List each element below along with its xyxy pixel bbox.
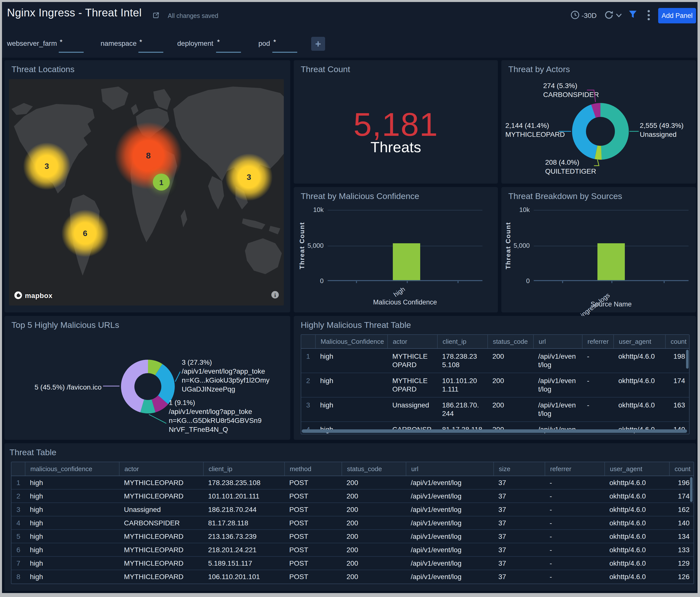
cell-malicious_confidence: high	[315, 349, 388, 373]
column-header-n[interactable]	[301, 335, 315, 348]
donut-label-quiltedtiger: 208 (4.0%) QUILTEDTIGER	[545, 158, 596, 176]
time-range-icon[interactable]	[570, 10, 580, 20]
cell-method: POST	[284, 530, 342, 543]
table-row[interactable]: 2highMYTHICLEOPARD101.101.201.111200/api…	[301, 373, 689, 397]
bar-nginx-ingress-logs[interactable]	[597, 243, 625, 280]
page-title: Nginx Ingress - Threat Intel	[7, 6, 142, 19]
donut-label-mythicleopard: 2,144 (41.4%) MYTHICLEOPARD	[505, 121, 565, 139]
cell-n: 2	[11, 490, 25, 502]
column-header-referrer[interactable]: referrer	[545, 462, 604, 476]
urls-donut-chart[interactable]	[121, 359, 175, 414]
mapbox-logo[interactable]: mapbox	[14, 291, 52, 300]
table-row[interactable]: 3highUnassigned186.218.70.244POST200/api…	[11, 503, 694, 516]
x-axis-title: Malicious Confidence	[328, 298, 482, 306]
cell-referrer: -	[545, 516, 604, 529]
cell-size: 37	[493, 476, 545, 489]
column-header-method[interactable]: method	[284, 462, 342, 476]
column-header-user_agent[interactable]: user_agent	[604, 462, 669, 476]
cell-status_code: 200	[488, 373, 533, 397]
refresh-icon[interactable]	[604, 10, 614, 20]
cell-size: 37	[493, 557, 545, 570]
filter-icon[interactable]	[628, 9, 637, 20]
map-bubble[interactable]: 6	[61, 210, 109, 257]
table-row[interactable]: 4highCARBONSPIDER81.17.28.118POST200/api…	[11, 516, 694, 530]
world-map[interactable]: 38136 mapbox i	[9, 79, 284, 306]
cell-n: 5	[11, 530, 25, 543]
column-header-status_code[interactable]: status_code	[488, 335, 533, 348]
cell-n: 8	[11, 570, 25, 583]
table-header-row: Malicious_Confidenceactorclient_ipstatus…	[301, 335, 689, 349]
cell-status_code: 200	[342, 503, 406, 516]
kebab-menu-icon[interactable]	[647, 9, 650, 21]
filter-input[interactable]	[216, 52, 241, 53]
cell-malicious_confidence: high	[25, 543, 119, 556]
filter-bar: webserver_farm * namespace * deployment …	[2, 30, 698, 58]
panel-threat-by-actors: Threat by Actors 274 (5.3%) CARBONSPIDER…	[501, 60, 696, 184]
map-bubble[interactable]: 1	[153, 174, 170, 190]
column-header-actor[interactable]: actor	[388, 335, 437, 348]
cell-actor: MYTHICLEOPARD	[388, 373, 437, 397]
column-header-url[interactable]: url	[406, 462, 493, 476]
panel-title: Threat by Malicious Confidence	[301, 191, 419, 202]
map-info-icon[interactable]: i	[271, 291, 279, 298]
table-row[interactable]: 1highMYTHICLEOPARD178.238.235.108200/api…	[301, 349, 689, 373]
panel-title: Threat Locations	[11, 65, 74, 75]
column-header-size[interactable]: size	[493, 462, 545, 476]
add-filter-button[interactable]: +	[311, 37, 325, 51]
cell-client_ip: 106.110.201.101	[203, 570, 284, 583]
column-header-malicious_confidence[interactable]: Malicious_Confidence	[315, 335, 388, 348]
cell-user_agent: okhttp/4.6.0	[614, 373, 665, 397]
horizontal-scrollbar[interactable]	[302, 429, 687, 433]
column-header-url[interactable]: url	[533, 335, 582, 348]
cell-referrer: -	[545, 530, 604, 543]
bar-high[interactable]	[393, 243, 420, 280]
time-range-value[interactable]: -30D	[581, 11, 597, 19]
donut-label-carbonspider: 274 (5.3%) CARBONSPIDER	[543, 81, 599, 99]
chevron-down-icon[interactable]	[616, 13, 622, 18]
cell-client_ip: 101.101.201.111	[203, 490, 284, 502]
column-header-count[interactable]: count	[669, 462, 694, 476]
cell-count: 162	[669, 503, 694, 516]
column-header-actor[interactable]: actor	[119, 462, 203, 476]
filter-input[interactable]	[272, 52, 297, 53]
column-header-user_agent[interactable]: user_agent	[614, 335, 665, 348]
cell-malicious_confidence: high	[315, 373, 388, 397]
cell-malicious_confidence: high	[25, 557, 119, 570]
add-panel-button[interactable]: Add Panel	[658, 8, 696, 23]
table-row[interactable]: 5highMYTHICLEOPARD213.136.73.239POST200/…	[11, 530, 694, 543]
column-header-referrer[interactable]: referrer	[582, 335, 614, 348]
column-header-malicious_confidence[interactable]: malicious_confidence	[25, 462, 119, 476]
cell-referrer: -	[545, 570, 604, 583]
cell-actor: MYTHICLEOPARD	[119, 557, 203, 570]
cell-method: POST	[284, 476, 342, 489]
column-header-client_ip[interactable]: client_ip	[437, 335, 488, 348]
table-row[interactable]: 8highMYTHICLEOPARD106.110.201.101POST200…	[11, 570, 694, 583]
filter-value: *	[217, 38, 220, 46]
map-bubble[interactable]: 3	[225, 154, 273, 201]
table-row[interactable]: 1highMYTHICLEOPARD178.238.235.108POST200…	[11, 476, 694, 490]
table-row[interactable]: 7highMYTHICLEOPARD5.189.151.117POST200/a…	[11, 557, 694, 570]
cell-user_agent: okhttp/4.6.0	[604, 557, 669, 570]
column-header-n[interactable]	[11, 462, 25, 476]
filter-value: *	[60, 38, 62, 46]
y-tick: 0	[504, 277, 530, 285]
map-bubble[interactable]: 3	[23, 142, 71, 190]
cell-client_ip: 186.218.70.244	[203, 503, 284, 516]
column-header-status_code[interactable]: status_code	[342, 462, 406, 476]
column-header-client_ip[interactable]: client_ip	[203, 462, 284, 476]
table-row[interactable]: 2highMYTHICLEOPARD101.101.201.111POST200…	[11, 490, 694, 503]
donut-label-unassigned: 2,555 (49.3%) Unassigned	[640, 121, 683, 139]
column-header-count[interactable]: count	[665, 335, 690, 348]
cell-user_agent: okhttp/4.6.0	[604, 490, 669, 502]
filter-input[interactable]	[139, 52, 163, 53]
share-icon[interactable]	[152, 11, 160, 19]
map-bubble[interactable]: 8	[115, 122, 182, 189]
vertical-scrollbar[interactable]	[690, 477, 693, 502]
table-row[interactable]: 6highMYTHICLEOPARD218.201.24.221POST200/…	[11, 543, 694, 557]
filter-input[interactable]	[59, 52, 84, 53]
donut-label-url-9pct: 1 (9.1%) /api/v1/event/log?app_toke n=KG…	[169, 398, 261, 434]
vertical-scrollbar[interactable]	[686, 350, 689, 369]
actors-donut-chart[interactable]	[572, 103, 629, 160]
table-row[interactable]: 3highUnassigned186.218.70.244200/api/v1/…	[301, 397, 689, 422]
cell-user_agent: okhttp/4.6.0	[604, 570, 669, 583]
